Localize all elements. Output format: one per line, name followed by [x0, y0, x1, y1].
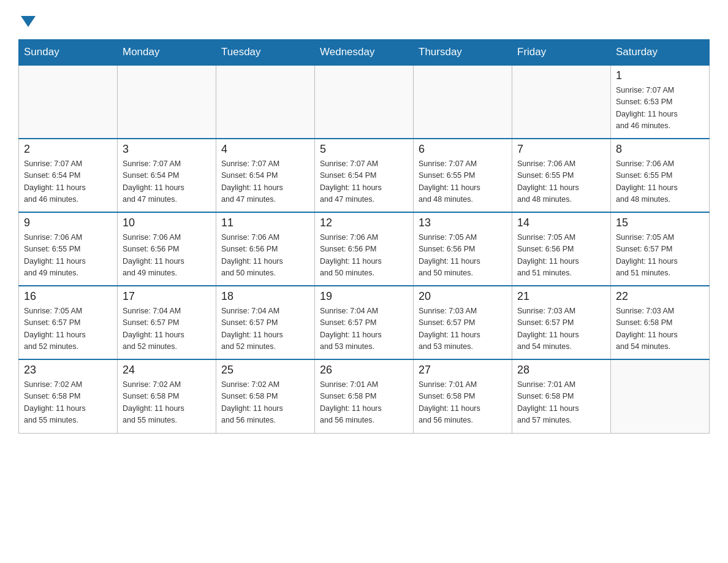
- day-info: Sunrise: 7:07 AM Sunset: 6:54 PM Dayligh…: [320, 158, 408, 206]
- day-number: 9: [24, 216, 112, 229]
- day-number: 28: [517, 364, 605, 377]
- day-info: Sunrise: 7:06 AM Sunset: 6:55 PM Dayligh…: [616, 158, 704, 206]
- calendar-cell: 3Sunrise: 7:07 AM Sunset: 6:54 PM Daylig…: [118, 139, 216, 212]
- day-number: 25: [221, 364, 309, 377]
- calendar-cell: 12Sunrise: 7:06 AM Sunset: 6:56 PM Dayli…: [315, 212, 414, 286]
- calendar-cell: 18Sunrise: 7:04 AM Sunset: 6:57 PM Dayli…: [216, 286, 315, 359]
- day-info: Sunrise: 7:06 AM Sunset: 6:55 PM Dayligh…: [517, 158, 605, 206]
- weekday-header-friday: Friday: [512, 40, 611, 66]
- calendar-cell: [118, 65, 216, 139]
- day-number: 21: [517, 290, 605, 303]
- day-number: 16: [24, 290, 112, 303]
- day-info: Sunrise: 7:07 AM Sunset: 6:55 PM Dayligh…: [419, 158, 507, 206]
- day-number: 6: [419, 143, 507, 156]
- calendar-cell: [414, 65, 512, 139]
- day-info: Sunrise: 7:04 AM Sunset: 6:57 PM Dayligh…: [221, 305, 309, 353]
- calendar-cell: 11Sunrise: 7:06 AM Sunset: 6:56 PM Dayli…: [216, 212, 315, 286]
- calendar-cell: 28Sunrise: 7:01 AM Sunset: 6:58 PM Dayli…: [512, 359, 611, 433]
- weekday-header-thursday: Thursday: [414, 40, 512, 66]
- day-number: 3: [123, 143, 211, 156]
- day-info: Sunrise: 7:01 AM Sunset: 6:58 PM Dayligh…: [419, 379, 507, 427]
- day-info: Sunrise: 7:07 AM Sunset: 6:54 PM Dayligh…: [221, 158, 309, 206]
- calendar-cell: [19, 65, 118, 139]
- calendar-cell: 19Sunrise: 7:04 AM Sunset: 6:57 PM Dayli…: [315, 286, 414, 359]
- logo-triangle-icon: [21, 16, 36, 27]
- day-number: 4: [221, 143, 309, 156]
- day-number: 7: [517, 143, 605, 156]
- calendar-cell: 13Sunrise: 7:05 AM Sunset: 6:56 PM Dayli…: [414, 212, 512, 286]
- day-info: Sunrise: 7:03 AM Sunset: 6:57 PM Dayligh…: [517, 305, 605, 353]
- day-number: 2: [24, 143, 112, 156]
- page-header: [18, 12, 710, 27]
- day-number: 17: [123, 290, 211, 303]
- calendar-cell: 5Sunrise: 7:07 AM Sunset: 6:54 PM Daylig…: [315, 139, 414, 212]
- calendar-cell: 20Sunrise: 7:03 AM Sunset: 6:57 PM Dayli…: [414, 286, 512, 359]
- calendar-cell: 22Sunrise: 7:03 AM Sunset: 6:58 PM Dayli…: [611, 286, 710, 359]
- calendar-cell: 14Sunrise: 7:05 AM Sunset: 6:56 PM Dayli…: [512, 212, 611, 286]
- calendar-cell: 10Sunrise: 7:06 AM Sunset: 6:56 PM Dayli…: [118, 212, 216, 286]
- calendar-cell: 16Sunrise: 7:05 AM Sunset: 6:57 PM Dayli…: [19, 286, 118, 359]
- day-info: Sunrise: 7:01 AM Sunset: 6:58 PM Dayligh…: [517, 379, 605, 427]
- day-number: 22: [616, 290, 704, 303]
- day-info: Sunrise: 7:07 AM Sunset: 6:54 PM Dayligh…: [24, 158, 112, 206]
- calendar-cell: 15Sunrise: 7:05 AM Sunset: 6:57 PM Dayli…: [611, 212, 710, 286]
- day-info: Sunrise: 7:07 AM Sunset: 6:53 PM Dayligh…: [616, 85, 704, 132]
- calendar-table: SundayMondayTuesdayWednesdayThursdayFrid…: [18, 39, 710, 434]
- calendar-cell: 9Sunrise: 7:06 AM Sunset: 6:55 PM Daylig…: [19, 212, 118, 286]
- day-info: Sunrise: 7:03 AM Sunset: 6:57 PM Dayligh…: [419, 305, 507, 353]
- weekday-header-tuesday: Tuesday: [216, 40, 315, 66]
- weekday-header-wednesday: Wednesday: [315, 40, 414, 66]
- weekday-header-row: SundayMondayTuesdayWednesdayThursdayFrid…: [19, 40, 710, 66]
- week-row-3: 9Sunrise: 7:06 AM Sunset: 6:55 PM Daylig…: [19, 212, 710, 286]
- logo: [18, 12, 36, 27]
- day-info: Sunrise: 7:05 AM Sunset: 6:57 PM Dayligh…: [24, 305, 112, 353]
- day-number: 27: [419, 364, 507, 377]
- day-info: Sunrise: 7:01 AM Sunset: 6:58 PM Dayligh…: [320, 379, 408, 427]
- day-number: 11: [221, 216, 309, 229]
- day-info: Sunrise: 7:06 AM Sunset: 6:55 PM Dayligh…: [24, 232, 112, 280]
- week-row-5: 23Sunrise: 7:02 AM Sunset: 6:58 PM Dayli…: [19, 359, 710, 433]
- calendar-cell: 21Sunrise: 7:03 AM Sunset: 6:57 PM Dayli…: [512, 286, 611, 359]
- day-info: Sunrise: 7:06 AM Sunset: 6:56 PM Dayligh…: [123, 232, 211, 280]
- calendar-cell: 7Sunrise: 7:06 AM Sunset: 6:55 PM Daylig…: [512, 139, 611, 212]
- day-info: Sunrise: 7:05 AM Sunset: 6:57 PM Dayligh…: [616, 232, 704, 280]
- day-number: 20: [419, 290, 507, 303]
- calendar-cell: [512, 65, 611, 139]
- calendar-cell: 27Sunrise: 7:01 AM Sunset: 6:58 PM Dayli…: [414, 359, 512, 433]
- day-number: 23: [24, 364, 112, 377]
- weekday-header-sunday: Sunday: [19, 40, 118, 66]
- week-row-1: 1Sunrise: 7:07 AM Sunset: 6:53 PM Daylig…: [19, 65, 710, 139]
- day-info: Sunrise: 7:05 AM Sunset: 6:56 PM Dayligh…: [517, 232, 605, 280]
- day-number: 14: [517, 216, 605, 229]
- calendar-cell: 1Sunrise: 7:07 AM Sunset: 6:53 PM Daylig…: [611, 65, 710, 139]
- calendar-cell: 26Sunrise: 7:01 AM Sunset: 6:58 PM Dayli…: [315, 359, 414, 433]
- weekday-header-saturday: Saturday: [611, 40, 710, 66]
- day-number: 1: [616, 69, 704, 82]
- calendar-cell: [216, 65, 315, 139]
- day-info: Sunrise: 7:03 AM Sunset: 6:58 PM Dayligh…: [616, 305, 704, 353]
- calendar-cell: 6Sunrise: 7:07 AM Sunset: 6:55 PM Daylig…: [414, 139, 512, 212]
- day-number: 5: [320, 143, 408, 156]
- day-number: 10: [123, 216, 211, 229]
- calendar-cell: 23Sunrise: 7:02 AM Sunset: 6:58 PM Dayli…: [19, 359, 118, 433]
- calendar-cell: 25Sunrise: 7:02 AM Sunset: 6:58 PM Dayli…: [216, 359, 315, 433]
- day-info: Sunrise: 7:05 AM Sunset: 6:56 PM Dayligh…: [419, 232, 507, 280]
- day-info: Sunrise: 7:02 AM Sunset: 6:58 PM Dayligh…: [221, 379, 309, 427]
- calendar-cell: [611, 359, 710, 433]
- day-info: Sunrise: 7:02 AM Sunset: 6:58 PM Dayligh…: [24, 379, 112, 427]
- calendar-cell: 2Sunrise: 7:07 AM Sunset: 6:54 PM Daylig…: [19, 139, 118, 212]
- calendar-cell: [315, 65, 414, 139]
- day-number: 8: [616, 143, 704, 156]
- week-row-2: 2Sunrise: 7:07 AM Sunset: 6:54 PM Daylig…: [19, 139, 710, 212]
- day-info: Sunrise: 7:06 AM Sunset: 6:56 PM Dayligh…: [221, 232, 309, 280]
- day-number: 18: [221, 290, 309, 303]
- calendar-cell: 17Sunrise: 7:04 AM Sunset: 6:57 PM Dayli…: [118, 286, 216, 359]
- calendar-cell: 4Sunrise: 7:07 AM Sunset: 6:54 PM Daylig…: [216, 139, 315, 212]
- day-number: 13: [419, 216, 507, 229]
- day-number: 15: [616, 216, 704, 229]
- day-info: Sunrise: 7:04 AM Sunset: 6:57 PM Dayligh…: [320, 305, 408, 353]
- day-info: Sunrise: 7:07 AM Sunset: 6:54 PM Dayligh…: [123, 158, 211, 206]
- calendar-cell: 24Sunrise: 7:02 AM Sunset: 6:58 PM Dayli…: [118, 359, 216, 433]
- day-info: Sunrise: 7:06 AM Sunset: 6:56 PM Dayligh…: [320, 232, 408, 280]
- calendar-cell: 8Sunrise: 7:06 AM Sunset: 6:55 PM Daylig…: [611, 139, 710, 212]
